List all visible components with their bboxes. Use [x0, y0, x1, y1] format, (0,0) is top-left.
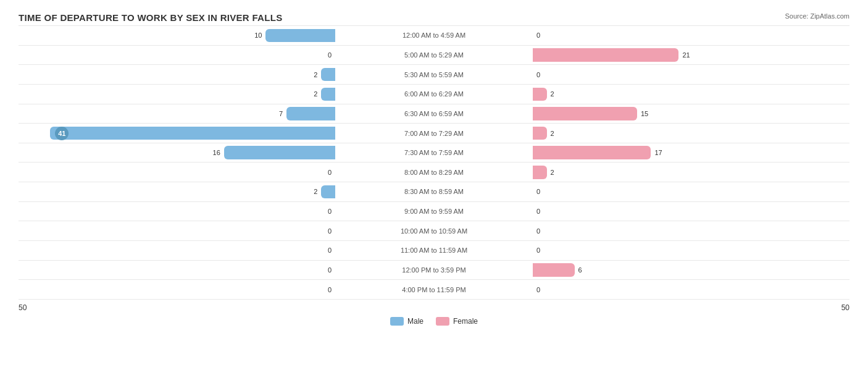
left-section: 2	[19, 85, 434, 104]
left-section: 0	[19, 261, 434, 280]
center-label: 6:30 AM to 6:59 AM	[402, 110, 466, 117]
center-label: 7:00 AM to 7:29 AM	[402, 130, 466, 137]
female-bar	[533, 166, 547, 179]
male-bar	[321, 68, 335, 81]
female-bar-wrapper: 0	[434, 244, 849, 257]
source-text: Source: ZipAtlas.com	[785, 12, 849, 20]
right-section: 0	[434, 221, 849, 240]
center-label: 4:00 PM to 11:59 PM	[399, 286, 468, 293]
row-inner: 2 8:30 AM to 8:59 AM 0	[19, 182, 849, 201]
bar-row: 0 11:00 AM to 11:59 AM 0	[19, 241, 849, 261]
female-value: 0	[536, 227, 549, 235]
female-bar	[533, 107, 637, 120]
female-bar-wrapper: 0	[434, 29, 849, 42]
female-bar	[533, 263, 575, 276]
bar-row: 0 8:00 AM to 8:29 AM 2	[19, 162, 849, 182]
bar-row: 2 8:30 AM to 8:59 AM 0	[19, 182, 849, 202]
male-value: 2	[305, 188, 317, 195]
female-value: 6	[578, 266, 591, 274]
male-bar	[321, 185, 335, 198]
male-value: 0	[319, 169, 332, 176]
axis-left-label: 50	[19, 303, 27, 312]
center-label: 11:00 AM to 11:59 AM	[398, 247, 470, 254]
row-inner: 41 7:00 AM to 7:29 AM 2	[19, 124, 849, 143]
male-bar-wrapper: 0	[19, 263, 434, 276]
right-section: 2	[434, 124, 849, 143]
female-bar	[533, 48, 678, 61]
left-section: 0	[19, 241, 434, 260]
bar-row: 0 10:00 AM to 10:59 AM 0	[19, 221, 849, 241]
female-bar-wrapper: 17	[434, 146, 849, 159]
male-value: 0	[319, 227, 332, 235]
male-bar-wrapper: 41	[19, 127, 434, 140]
female-bar-wrapper: 2	[434, 88, 849, 101]
left-section: 0	[19, 221, 434, 240]
female-bar	[533, 88, 547, 101]
left-section: 2	[19, 65, 434, 84]
legend: Male Female	[390, 317, 478, 326]
male-value: 10	[249, 32, 262, 39]
left-section: 0	[19, 162, 434, 182]
left-section: 0	[19, 280, 434, 299]
female-bar-wrapper: 2	[434, 127, 849, 140]
row-inner: 2 6:00 AM to 6:29 AM 2	[19, 85, 849, 104]
male-value: 0	[319, 266, 332, 274]
female-bar-wrapper: 2	[434, 166, 849, 179]
female-bar-wrapper: 6	[434, 263, 849, 276]
left-section: 10	[19, 26, 434, 45]
row-inner: 16 7:30 AM to 7:59 AM 17	[19, 143, 849, 162]
center-label: 10:00 AM to 10:59 AM	[398, 227, 470, 235]
female-bar-wrapper: 0	[434, 205, 849, 217]
bar-row: 0 12:00 PM to 3:59 PM 6	[19, 261, 849, 281]
male-bar-wrapper: 0	[19, 244, 434, 257]
male-bar: 41	[50, 127, 335, 140]
female-value: 2	[551, 169, 563, 176]
male-value: 2	[305, 71, 317, 78]
male-bar	[321, 88, 335, 101]
male-bar	[286, 107, 335, 120]
male-bar-wrapper: 0	[19, 283, 434, 296]
left-section: 7	[19, 104, 434, 124]
right-section: 21	[434, 46, 849, 65]
female-bar-wrapper: 21	[434, 48, 849, 61]
axis-bottom: 50 50	[19, 303, 849, 312]
female-bar	[533, 146, 651, 159]
female-value: 2	[551, 130, 563, 137]
rows-container: 10 12:00 AM to 4:59 AM 0 0	[19, 25, 849, 300]
female-bar-wrapper: 0	[434, 68, 849, 81]
male-swatch	[390, 317, 404, 326]
male-bar-wrapper: 7	[19, 107, 434, 120]
male-bar	[265, 29, 335, 42]
right-section: 2	[434, 85, 849, 104]
male-value: 2	[305, 90, 317, 98]
female-value: 0	[536, 188, 549, 195]
left-section: 0	[19, 202, 434, 221]
row-inner: 0 5:00 AM to 5:29 AM 21	[19, 46, 849, 65]
center-label: 6:00 AM to 6:29 AM	[402, 90, 466, 98]
center-label: 8:00 AM to 8:29 AM	[402, 169, 466, 176]
row-inner: 0 8:00 AM to 8:29 AM 2	[19, 162, 849, 182]
left-section: 0	[19, 46, 434, 65]
bar-row: 16 7:30 AM to 7:59 AM 17	[19, 143, 849, 163]
male-value: 0	[319, 247, 332, 254]
male-bar-wrapper: 16	[19, 146, 434, 159]
female-value: 0	[536, 247, 549, 254]
male-label: Male	[407, 317, 424, 326]
center-label: 5:30 AM to 5:59 AM	[402, 71, 466, 78]
left-section: 16	[19, 143, 434, 162]
female-value: 17	[654, 149, 667, 156]
right-section: 17	[434, 143, 849, 162]
row-inner: 7 6:30 AM to 6:59 AM 15	[19, 104, 849, 124]
female-value: 0	[536, 208, 549, 215]
bar-row: 7 6:30 AM to 6:59 AM 15	[19, 104, 849, 124]
male-value: 16	[208, 149, 220, 156]
bar-row: 0 5:00 AM to 5:29 AM 21	[19, 46, 849, 65]
chart-title: TIME OF DEPARTURE TO WORK BY SEX IN RIVE…	[19, 12, 849, 23]
female-bar	[533, 127, 547, 140]
female-bar-wrapper: 0	[434, 224, 849, 237]
female-bar-wrapper: 0	[434, 283, 849, 296]
legend-female: Female	[436, 317, 478, 326]
male-bar-wrapper: 2	[19, 185, 434, 198]
female-value: 0	[536, 286, 549, 293]
right-section: 0	[434, 26, 849, 45]
